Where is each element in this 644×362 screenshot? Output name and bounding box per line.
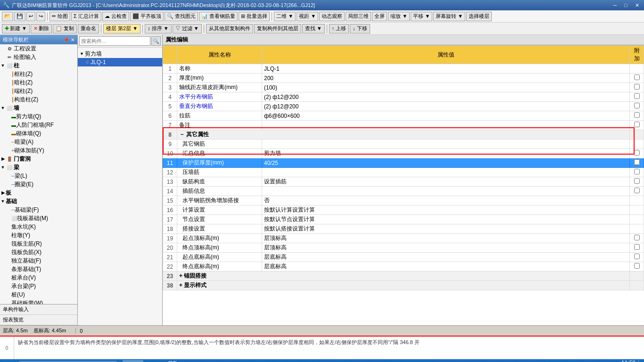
prop-value[interactable]: (100): [262, 83, 630, 92]
taskbar-app-extra2[interactable]: 📋: [234, 360, 251, 362]
open-btn[interactable]: 📂: [2, 12, 13, 21]
search-button[interactable]: 🔍: [151, 36, 161, 46]
dynamic-btn[interactable]: 动态观察: [319, 12, 345, 21]
floor-btn[interactable]: 楼层 第2层 ▼: [103, 24, 140, 33]
copy-from-floor-btn[interactable]: 从其他层复制构件: [206, 24, 253, 33]
taskbar-app-extra1[interactable]: 🏠: [216, 360, 233, 362]
nav-item-raft-foundation[interactable]: ⬜ 筏板基础(M): [0, 214, 77, 222]
pin-icon[interactable]: 📌: [63, 37, 69, 42]
extra-check[interactable]: [634, 263, 640, 269]
nav-item-masonry-rebar[interactable]: + 砌体加筋(Y): [0, 146, 77, 155]
element-item-jlq1[interactable]: ⚙ JLQ-1: [78, 58, 162, 66]
prop-value[interactable]: [262, 187, 630, 196]
extra-check[interactable]: [634, 150, 640, 156]
nav-section-beam[interactable]: ▼ ⬜ 梁: [0, 163, 77, 172]
move-down-btn[interactable]: ↓ 下移: [350, 24, 370, 33]
new-btn[interactable]: ✚ 新建 ▼: [2, 24, 30, 33]
prop-value[interactable]: 40/25: [262, 158, 630, 168]
nav-item-foundation-band[interactable]: 基础板带(W): [0, 299, 77, 304]
delete-btn[interactable]: ✕ 删除: [31, 24, 52, 33]
nav-item-civil-defense-wall[interactable]: ▬ 人防门框墙(RF: [0, 121, 77, 129]
nav-item-shear-wall[interactable]: ▬ 剪力墙(Q): [0, 112, 77, 121]
extra-check[interactable]: [634, 244, 640, 250]
prop-value[interactable]: [262, 121, 630, 130]
prop-value[interactable]: 否: [262, 196, 630, 206]
rotate-btn[interactable]: 屏幕旋转 ▼: [433, 12, 465, 21]
taskbar-app-pdf[interactable]: P: [198, 360, 215, 362]
prop-value[interactable]: [262, 140, 630, 149]
view-rebar-btn[interactable]: 📊 查看钢筋量: [199, 12, 238, 21]
close-panel-icon[interactable]: ✕: [71, 37, 74, 42]
taskbar-app-ggj[interactable]: 广联达: [123, 360, 143, 362]
floor-select-btn[interactable]: 选择楼层: [466, 12, 492, 21]
prop-value[interactable]: (2) ф12@200: [262, 102, 630, 111]
extra-check[interactable]: [634, 103, 640, 108]
nav-item-isolated-foundation[interactable]: 独立基础(F): [0, 256, 77, 265]
prop-value[interactable]: JLQ-1: [262, 64, 630, 74]
2d-btn[interactable]: 二维 ▼: [274, 12, 296, 21]
nav-item-dark-beam[interactable]: ─ 暗梁(A): [0, 138, 77, 146]
nav-section-door-window[interactable]: ▶ 🚪 门窗洞: [0, 155, 77, 163]
redo-btn[interactable]: ↪: [36, 12, 45, 21]
minimize-button[interactable]: ─: [611, 2, 619, 8]
prop-value[interactable]: (2) ф12@200: [262, 92, 630, 102]
nav-item-water-pit[interactable]: 集水坑(K): [0, 222, 77, 231]
restore-button[interactable]: □: [622, 2, 629, 8]
nav-section-column[interactable]: ▼ ⬜ 柱: [0, 61, 77, 70]
flatten-btn[interactable]: ⬛ 平齐板顶: [130, 12, 164, 21]
extra-check[interactable]: [634, 122, 640, 127]
nav-item-strip-foundation[interactable]: 条形基础(T): [0, 265, 77, 273]
single-component-btn[interactable]: 单构件输入: [0, 304, 77, 315]
nav-item-construct-column[interactable]: ┃ 构造柱(Z): [0, 95, 77, 104]
sort-btn[interactable]: ↕ 排序 ▼: [145, 24, 172, 33]
nav-item-column-stump[interactable]: 柱墩(Y): [0, 231, 77, 239]
extra-check[interactable]: [634, 112, 640, 118]
prop-value[interactable]: 剪力墙: [262, 149, 630, 158]
nav-section-slab[interactable]: ▶ 板: [0, 189, 77, 197]
save-btn[interactable]: 💾: [14, 12, 25, 21]
prop-value[interactable]: 层顶标高: [262, 243, 630, 253]
find-btn[interactable]: 查找 ▼: [302, 24, 325, 33]
prop-value[interactable]: ф6@600×600: [262, 111, 630, 121]
nav-item-raft-neg-rebar[interactable]: 筏板负筋(X): [0, 248, 77, 256]
nav-item-end-column[interactable]: ┃ 端柱(Z): [0, 87, 77, 95]
pan-btn[interactable]: 平移 ▼: [411, 12, 432, 21]
nav-item-pile-cap[interactable]: 桩承台(V): [0, 273, 77, 282]
prop-value[interactable]: [262, 168, 630, 177]
draw-btn[interactable]: ✏ 绘图: [50, 12, 70, 21]
nav-item-project-settings[interactable]: ⚙ 工程设置: [0, 44, 77, 53]
close-button[interactable]: ✕: [633, 2, 641, 8]
prop-value[interactable]: 按默认节点设置计算: [262, 215, 630, 224]
taskbar-app-browser[interactable]: e: [144, 360, 161, 362]
zoom-btn[interactable]: 缩放 ▼: [388, 12, 410, 21]
start-button[interactable]: ⊞: [2, 360, 15, 362]
nav-section-wall[interactable]: ▼ ⬜ 墙: [0, 104, 77, 112]
filter-btn[interactable]: ▽ 过滤 ▼: [173, 24, 202, 33]
extra-check[interactable]: [634, 169, 640, 174]
sum-btn[interactable]: Σ 汇总计算: [71, 12, 101, 21]
extra-check[interactable]: [634, 178, 640, 184]
nav-item-hidden-column[interactable]: ┃ 暗柱(Z): [0, 78, 77, 87]
taskbar-app-search-web[interactable]: ◉ 搜索网页和文件: [162, 360, 179, 362]
nav-item-cap-beam[interactable]: 承台梁(P): [0, 282, 77, 290]
copy-to-floor-btn[interactable]: 复制构件到其他层: [254, 24, 301, 33]
prop-value[interactable]: 层顶标高: [262, 234, 630, 243]
cloud-btn[interactable]: ☁ 云检查: [102, 12, 129, 21]
prop-value[interactable]: 层底标高: [262, 262, 630, 272]
nav-item-beam[interactable]: ─ 梁(L): [0, 172, 77, 180]
extra-check[interactable]: [634, 188, 640, 193]
nav-item-ring-beam[interactable]: ─ 圈梁(E): [0, 180, 77, 189]
nav-item-frame-column[interactable]: ┃ 框柱(Z): [0, 70, 77, 78]
extra-check[interactable]: [634, 254, 640, 259]
prop-value[interactable]: 层底标高: [262, 253, 630, 262]
prop-value[interactable]: 按默认搭接设置计算: [262, 224, 630, 234]
extra-check[interactable]: [634, 93, 640, 99]
report-preview-btn[interactable]: 报表预览: [0, 315, 77, 325]
nav-section-foundation[interactable]: ▼ 基础: [0, 197, 77, 206]
find-elem-btn[interactable]: 🔍 查找图元: [165, 12, 198, 21]
copy-btn[interactable]: 📋 复制: [53, 24, 77, 33]
local3d-btn[interactable]: 局部三维: [346, 12, 371, 21]
nav-item-foundation-beam[interactable]: ─ 基础梁(F): [0, 206, 77, 214]
nav-item-draw-input[interactable]: ✏ 绘图输入: [0, 53, 77, 61]
prop-value[interactable]: 按默认计算设置计算: [262, 206, 630, 215]
